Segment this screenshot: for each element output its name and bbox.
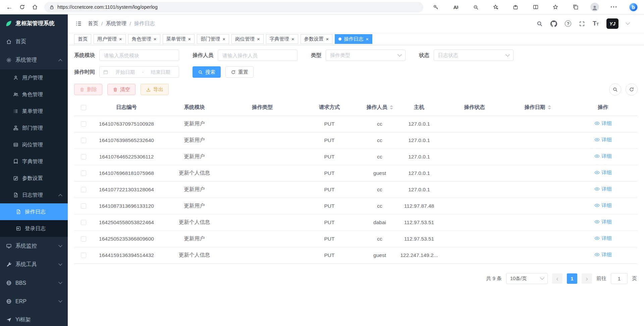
close-icon[interactable]: × — [326, 37, 329, 42]
sidebar-item-operation-log[interactable]: 操作日志 — [0, 203, 68, 220]
github-icon[interactable] — [550, 20, 557, 27]
refresh-table-button[interactable] — [626, 83, 638, 95]
fullscreen-icon[interactable] — [579, 21, 585, 27]
sidebar-item-system-management[interactable]: 系统管理 — [0, 51, 68, 69]
row-checkbox[interactable] — [81, 253, 86, 258]
detail-link[interactable]: 详细 — [594, 153, 612, 159]
page-size-select[interactable]: 10条/页 — [506, 273, 548, 284]
sidebar-item-bbs[interactable]: BBS — [0, 274, 68, 292]
row-checkbox[interactable] — [81, 171, 86, 176]
address-bar[interactable]: https://ccnetcore.com:1101/system/log/op… — [44, 2, 423, 12]
column-header-operator[interactable]: 操作人员 — [363, 99, 396, 116]
close-icon[interactable]: × — [291, 37, 294, 42]
tab-menu-management[interactable]: 菜单管理× — [163, 34, 195, 44]
sidebar-item-yi-framework[interactable]: Yi框架 — [0, 311, 68, 326]
sidebar-item-role-management[interactable]: 角色管理 — [0, 86, 68, 103]
extensions-icon[interactable] — [511, 1, 521, 13]
page-jump-input[interactable] — [611, 273, 628, 284]
close-icon[interactable]: × — [188, 37, 191, 42]
close-icon[interactable]: × — [119, 37, 122, 42]
sort-carets-icon[interactable] — [548, 105, 551, 110]
select-all-checkbox[interactable] — [81, 105, 86, 110]
row-checkbox[interactable] — [81, 138, 86, 143]
tab-role-management[interactable]: 角色管理× — [128, 34, 160, 44]
read-aloud-icon[interactable]: A)) — [451, 1, 461, 13]
sidebar-item-erp[interactable]: ERP — [0, 292, 68, 311]
export-button[interactable]: 导出 — [141, 84, 169, 95]
row-checkbox[interactable] — [81, 187, 86, 192]
tab-department-management[interactable]: 部门管理× — [197, 34, 229, 44]
bing-copilot-icon[interactable]: b — [629, 3, 638, 12]
sidebar-item-home[interactable]: 首页 — [0, 32, 68, 51]
home-icon[interactable] — [29, 1, 41, 13]
search-button[interactable]: 搜索 — [193, 66, 221, 78]
type-select[interactable]: 操作类型 — [326, 50, 406, 61]
detail-link[interactable]: 详细 — [594, 120, 612, 127]
collections-icon[interactable] — [571, 1, 581, 13]
tab-user-management[interactable]: 用户管理× — [94, 34, 126, 44]
tab-dictionary-management[interactable]: 字典管理× — [266, 34, 298, 44]
prev-page-button[interactable]: ‹ — [552, 273, 562, 284]
detail-link[interactable]: 详细 — [594, 137, 612, 143]
next-page-button[interactable]: › — [582, 273, 592, 284]
password-key-icon[interactable] — [431, 1, 441, 13]
help-icon[interactable]: ? — [565, 20, 571, 27]
search-icon[interactable] — [536, 20, 543, 27]
hamburger-icon[interactable] — [75, 20, 82, 27]
sidebar-item-parameter-settings[interactable]: 参数设置 — [0, 170, 68, 187]
row-checkbox[interactable] — [81, 121, 86, 127]
sidebar-item-log-management[interactable]: 日志管理 — [0, 187, 68, 203]
add-favorite-icon[interactable] — [491, 1, 501, 13]
zoom-out-icon[interactable] — [471, 1, 481, 13]
font-size-icon[interactable]: TT — [593, 20, 599, 27]
close-icon[interactable]: × — [222, 37, 225, 42]
sidebar-item-system-tools[interactable]: 系统工具 — [0, 255, 68, 274]
row-checkbox[interactable] — [81, 154, 86, 159]
tab-parameter-settings[interactable]: 参数设置× — [301, 34, 333, 44]
app-logo[interactable]: 意框架管理系统 — [0, 14, 68, 32]
tab-post-management[interactable]: 岗位管理× — [231, 34, 264, 44]
detail-link[interactable]: 详细 — [594, 219, 612, 225]
breadcrumb-item[interactable]: 首页 — [88, 20, 98, 27]
row-checkbox[interactable] — [81, 203, 86, 209]
sort-carets-icon[interactable] — [390, 105, 393, 110]
delete-button[interactable]: 删除 — [74, 84, 102, 95]
toggle-search-button[interactable] — [609, 83, 621, 95]
reset-button[interactable]: 重置 — [225, 66, 254, 78]
breadcrumb-item[interactable]: 系统管理 — [106, 20, 126, 27]
close-icon[interactable]: × — [366, 37, 369, 42]
date-range-input[interactable]: 开始日期 - 结束日期 — [99, 66, 179, 78]
sidebar-item-login-log[interactable]: 登录日志 — [0, 220, 68, 237]
sidebar-item-department-management[interactable]: 部门管理 — [0, 120, 68, 136]
sidebar-item-post-management[interactable]: 岗位管理 — [0, 136, 68, 153]
detail-link[interactable]: 详细 — [594, 235, 612, 242]
sidebar-item-dictionary-management[interactable]: 字典管理 — [0, 153, 68, 170]
user-avatar[interactable]: YJ — [606, 18, 619, 29]
detail-link[interactable]: 详细 — [594, 252, 612, 258]
detail-link[interactable]: 详细 — [594, 186, 612, 192]
row-checkbox[interactable] — [81, 236, 86, 242]
page-number-button[interactable]: 1 — [567, 273, 577, 284]
close-icon[interactable]: × — [154, 37, 157, 42]
close-icon[interactable]: × — [257, 37, 260, 42]
tab-home[interactable]: 首页 — [74, 34, 91, 44]
tab-operation-log[interactable]: 操作日志× — [335, 34, 372, 44]
chevron-down-icon[interactable] — [626, 20, 630, 25]
module-input[interactable] — [99, 50, 179, 61]
clear-button[interactable]: 清空 — [107, 84, 136, 95]
split-screen-icon[interactable] — [531, 1, 541, 13]
refresh-icon[interactable] — [16, 1, 28, 13]
column-header-date[interactable]: 操作日期 — [507, 99, 568, 116]
sidebar-item-system-monitoring[interactable]: 系统监控 — [0, 237, 68, 255]
sidebar-item-menu-management[interactable]: 菜单管理 — [0, 103, 68, 120]
detail-link[interactable]: 详细 — [594, 202, 612, 209]
favorites-icon[interactable] — [550, 1, 560, 13]
status-select[interactable]: 日志状态 — [434, 50, 514, 61]
back-icon[interactable]: ← — [3, 1, 15, 13]
browser-profile-avatar[interactable] — [590, 3, 599, 11]
browser-menu-icon[interactable]: ··· — [609, 1, 619, 13]
detail-link[interactable]: 详细 — [594, 170, 612, 176]
row-checkbox[interactable] — [81, 220, 86, 225]
sidebar-item-user-management[interactable]: 用户管理 — [0, 69, 68, 86]
operator-input[interactable] — [218, 50, 298, 61]
